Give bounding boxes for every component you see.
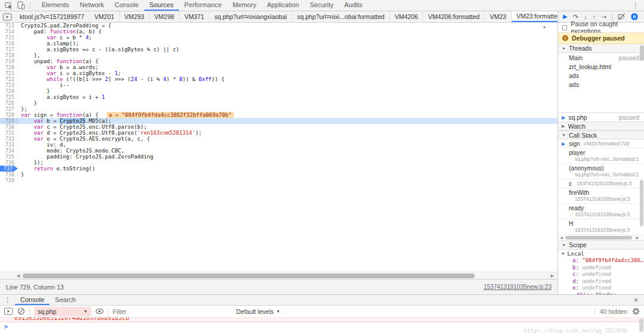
step-icon[interactable]: ⇢: [601, 14, 606, 20]
code-line-739[interactable]: 739: [0, 178, 558, 183]
thread-row[interactable]: zrt_lookup.html: [558, 62, 644, 71]
call-stack-frame-current[interactable]: ▶signVM23:formatted:729: [558, 139, 644, 148]
line-number[interactable]: 733: [0, 142, 18, 148]
file-tab[interactable]: sq.php?url=nixi...obai:formatted: [292, 11, 390, 22]
line-number[interactable]: 718: [0, 52, 18, 58]
scope-variable[interactable]: e: undefined: [558, 285, 644, 292]
code-line-715[interactable]: 715 var c = b * 4;: [0, 35, 558, 41]
line-number[interactable]: 723: [0, 82, 18, 88]
line-number[interactable]: 714: [0, 29, 18, 35]
call-stack-section-header[interactable]: ▼ Call Stack: [558, 130, 644, 139]
line-number[interactable]: 739: [0, 178, 18, 183]
line-number[interactable]: 736: [0, 160, 18, 166]
file-tab[interactable]: VM293: [120, 11, 150, 22]
scroll-left-icon[interactable]: ◀: [560, 235, 563, 239]
thread-row[interactable]: ads: [558, 71, 644, 80]
execution-context-selector[interactable]: sq.php ▼: [34, 307, 91, 316]
console-sidebar-toggle-icon[interactable]: [4, 307, 13, 315]
breakpoint-marker[interactable]: 737: [0, 166, 18, 172]
code-line-733[interactable]: 733 iv: d,: [0, 142, 558, 148]
code-line-716[interactable]: 716 a.clamp();: [0, 41, 558, 46]
call-stack-frame[interactable]: fireWith1537413191035new.js:3: [558, 188, 644, 204]
call-stack-frame[interactable]: ready1537413191035new.js:3: [558, 204, 644, 219]
code-line-735[interactable]: 735 padding: CryptoJS.pad.ZeroPadding: [0, 154, 558, 160]
scrollbar-thumb[interactable]: [565, 236, 632, 239]
file-tab[interactable]: VM4206: [390, 11, 423, 22]
code-line-737[interactable]: 737 return e.toString(): [0, 166, 558, 172]
call-stack-frame[interactable]: playersq.php?url=nixi...formatted:1: [558, 148, 644, 164]
more-options-icon[interactable]: ⋮: [627, 1, 644, 10]
tab-performance[interactable]: Performance: [179, 0, 227, 11]
line-number[interactable]: 731: [0, 130, 18, 136]
step-into-icon[interactable]: ↓: [584, 14, 587, 20]
tab-sources[interactable]: Sources: [144, 0, 179, 11]
file-tab[interactable]: ktool.js?v=1572189977: [15, 11, 89, 22]
threads-section-header[interactable]: ▼ Threads: [558, 44, 644, 53]
deactivate-breakpoints-icon[interactable]: [618, 13, 626, 20]
device-toolbar-icon[interactable]: [17, 1, 25, 10]
line-number[interactable]: 729: [0, 118, 18, 124]
scroll-right-icon[interactable]: ▶: [636, 235, 639, 239]
file-tab[interactable]: VM298: [150, 11, 179, 22]
editor-horizontal-scrollbar[interactable]: ◀ ▶: [0, 272, 558, 279]
inspect-element-icon[interactable]: [5, 1, 13, 10]
line-number[interactable]: 727: [0, 106, 18, 112]
code-line-738[interactable]: 738}: [0, 172, 558, 178]
pause-on-exceptions-icon[interactable]: [631, 13, 638, 20]
file-tab[interactable]: VM23: [485, 11, 511, 22]
code-line-720[interactable]: 720 var b = a.words;: [0, 64, 558, 70]
console-settings-gear-icon[interactable]: [632, 307, 640, 315]
line-number[interactable]: 725: [0, 94, 18, 100]
pause-on-caught-row[interactable]: Pause on caught exceptions: [558, 23, 644, 33]
thread-row-current[interactable]: ▶ sq.php paused: [558, 113, 644, 122]
code-line-734[interactable]: 734 mode: CryptoJS.mode.CBC,: [0, 148, 558, 154]
line-number[interactable]: 726: [0, 100, 18, 106]
watch-section-header[interactable]: ▶ Watch: [558, 122, 644, 130]
scope-variable[interactable]: ▶this: Window: [558, 292, 644, 295]
call-stack-scrollbar-thumb[interactable]: [640, 180, 643, 226]
call-stack-frame[interactable]: (anonymous)sq.php?url=nixi...formatted:1: [558, 164, 644, 179]
code-line-724[interactable]: 724 }: [0, 88, 558, 94]
scope-variable[interactable]: a: "084f9fb4fda4cc386…: [558, 257, 644, 265]
line-number[interactable]: 719: [0, 58, 18, 64]
clear-console-icon[interactable]: [17, 307, 25, 315]
navigator-toggle-icon[interactable]: [0, 11, 15, 22]
line-number[interactable]: 717: [0, 46, 18, 52]
code-line-721[interactable]: 721 var i = a.sigBytes - 1;: [0, 70, 558, 76]
code-line-713[interactable]: 713CryptoJS.pad.ZeroPadding = {: [0, 23, 558, 29]
editor-scroll-up-icon[interactable]: ▲: [543, 24, 546, 29]
line-number[interactable]: 713: [0, 23, 18, 29]
line-number[interactable]: 715: [0, 35, 18, 41]
call-stack-frame[interactable]: H1537413191035new.js:3: [558, 219, 644, 235]
call-stack-horizontal-scrollbar[interactable]: ◀ ▶: [558, 235, 644, 241]
scrollbar-thumb[interactable]: [23, 273, 475, 278]
console-tab-console[interactable]: Console: [15, 295, 49, 305]
code-line-728[interactable]: 728var sign = function(a) { a = "084f9fb…: [0, 112, 558, 118]
code-line-736[interactable]: 736 });: [0, 160, 558, 166]
file-tab[interactable]: VM201: [89, 11, 119, 22]
code-line-730[interactable]: 730 var c = CryptoJS.enc.Utf8.parse(b);: [0, 124, 558, 130]
console-tab-search[interactable]: Search: [49, 295, 81, 305]
scroll-left-icon[interactable]: ◀: [17, 273, 20, 278]
thread-row[interactable]: Mainpaused: [558, 53, 644, 62]
line-number[interactable]: 734: [0, 148, 18, 154]
step-out-icon[interactable]: ↑: [592, 14, 596, 20]
code-line-714[interactable]: 714 pad: function(a, b) {: [0, 29, 558, 35]
scope-variable[interactable]: b: undefined: [558, 265, 644, 272]
line-number[interactable]: 724: [0, 88, 18, 94]
drawer-more-icon[interactable]: ⋮: [0, 296, 15, 304]
code-line-726[interactable]: 726 }: [0, 100, 558, 106]
line-number[interactable]: 721: [0, 70, 18, 76]
tab-console[interactable]: Console: [109, 0, 144, 11]
thread-row[interactable]: ads: [558, 80, 644, 89]
tab-memory[interactable]: Memory: [227, 0, 262, 11]
line-number[interactable]: 720: [0, 64, 18, 70]
source-mapped-file-link[interactable]: 1537413191035new.js:23: [484, 284, 552, 290]
resume-script-icon[interactable]: ▶: [563, 14, 568, 20]
scope-section-header[interactable]: ▼ Scope: [558, 241, 644, 250]
call-stack-frame[interactable]: c1537413191035new.js:3: [558, 179, 644, 188]
code-line-723[interactable]: 723 i--: [0, 82, 558, 88]
tab-application[interactable]: Application: [262, 0, 305, 11]
console-messages[interactable]: e915e55bee5152074a810578689185cb > https…: [0, 318, 644, 336]
code-line-725[interactable]: 725 a.sigBytes = i + 1: [0, 94, 558, 100]
